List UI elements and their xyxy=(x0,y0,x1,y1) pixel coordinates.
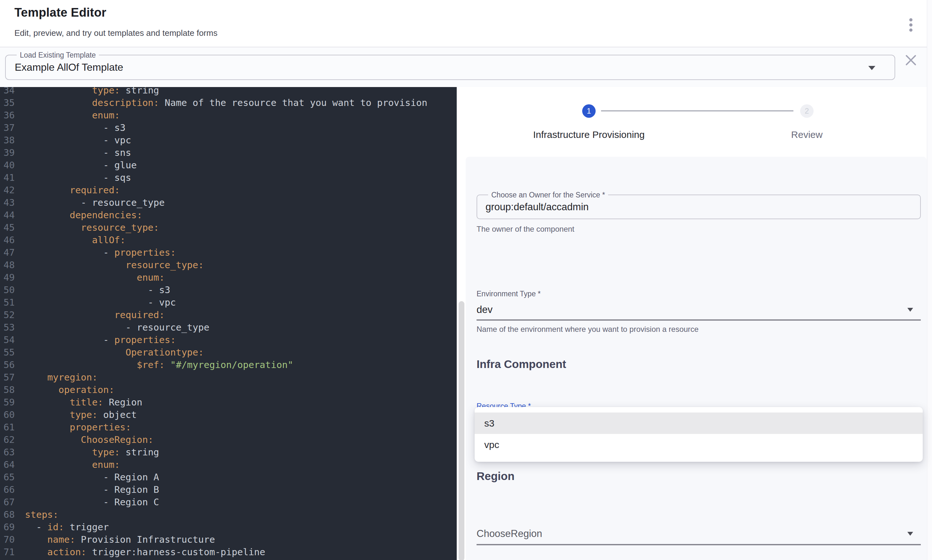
code-lines: 34 type: string35 description: Name of t… xyxy=(0,87,457,558)
line-number: 51 xyxy=(0,296,15,309)
code-line: 39 - sns xyxy=(0,146,457,159)
choose-region-underline xyxy=(477,544,921,545)
clear-template-button[interactable] xyxy=(904,53,918,67)
code-line: 71 action: trigger:harness-custom-pipeli… xyxy=(0,546,457,558)
code-line: 56 $ref: "#/myregion/operation" xyxy=(0,359,457,371)
code-line: 63 type: string xyxy=(0,446,457,458)
code-line: 66 - Region B xyxy=(0,483,457,496)
code-line: 35 description: Name of the resource tha… xyxy=(0,97,457,109)
template-loader-section: Load Existing Template Example AllOf Tem… xyxy=(0,48,932,87)
code-line: 41 - sqs xyxy=(0,172,457,184)
line-number: 54 xyxy=(0,334,15,346)
line-number: 60 xyxy=(0,409,15,421)
stepper-step-1-label: Infrastructure Provisioning xyxy=(461,129,717,140)
line-number: 55 xyxy=(0,346,15,359)
line-number: 59 xyxy=(0,396,15,409)
code-line: 65 - Region A xyxy=(0,471,457,483)
environment-type-label: Environment Type * xyxy=(477,289,541,298)
stepper-step-2-label: Review xyxy=(743,129,871,140)
line-number: 36 xyxy=(0,109,15,122)
editor-scrollbar-thumb[interactable] xyxy=(458,301,464,560)
line-number: 61 xyxy=(0,421,15,434)
code-line: 69 - id: trigger xyxy=(0,521,457,534)
code-line: 64 enum: xyxy=(0,458,457,471)
line-number: 53 xyxy=(0,321,15,334)
line-number: 49 xyxy=(0,271,15,284)
line-number: 66 xyxy=(0,483,15,496)
dropdown-option-s3[interactable]: s3 xyxy=(475,412,923,434)
chevron-down-icon xyxy=(868,66,875,70)
page-title: Template Editor xyxy=(14,6,106,20)
line-number: 42 xyxy=(0,184,15,197)
template-form-panel: Choose an Owner for the Service * group:… xyxy=(466,157,927,560)
line-number: 67 xyxy=(0,496,15,508)
chevron-down-icon xyxy=(907,532,913,536)
code-line: 54 - properties: xyxy=(0,334,457,346)
line-number: 35 xyxy=(0,97,15,109)
line-number: 64 xyxy=(0,458,15,471)
code-line: 43 - resource_type xyxy=(0,197,457,209)
line-number: 70 xyxy=(0,534,15,546)
line-number: 58 xyxy=(0,384,15,396)
close-icon xyxy=(904,53,918,67)
code-line: 59 title: Region xyxy=(0,396,457,409)
code-line: 70 name: Provision Infrastructure xyxy=(0,534,457,546)
line-number: 69 xyxy=(0,521,15,534)
line-number: 45 xyxy=(0,222,15,234)
load-template-select[interactable]: Load Existing Template Example AllOf Tem… xyxy=(5,55,895,80)
load-template-value: Example AllOf Template xyxy=(6,62,123,73)
choose-region-select[interactable]: ChooseRegion xyxy=(477,528,542,540)
stepper-step-1-circle[interactable]: 1 xyxy=(582,104,596,118)
line-number: 46 xyxy=(0,234,15,246)
line-number: 39 xyxy=(0,146,15,159)
line-number: 71 xyxy=(0,546,15,558)
code-line: 62 ChooseRegion: xyxy=(0,434,457,446)
line-number: 38 xyxy=(0,134,15,146)
owner-input[interactable]: Choose an Owner for the Service * group:… xyxy=(477,195,921,219)
code-line: 58 operation: xyxy=(0,384,457,396)
line-number: 40 xyxy=(0,159,15,172)
region-heading: Region xyxy=(477,470,515,483)
stepper-step-2-circle[interactable]: 2 xyxy=(800,104,814,118)
page-scrollbar[interactable] xyxy=(927,0,932,560)
line-number: 43 xyxy=(0,197,15,209)
owner-label: Choose an Owner for the Service * xyxy=(488,191,608,199)
environment-type-select[interactable]: dev xyxy=(477,304,492,315)
line-number: 52 xyxy=(0,309,15,321)
step-number: 1 xyxy=(587,106,591,115)
kebab-menu-icon[interactable] xyxy=(903,15,918,35)
environment-type-underline xyxy=(477,319,921,321)
line-number: 57 xyxy=(0,371,15,384)
code-line: 34 type: string xyxy=(0,87,457,97)
code-line: 36 enum: xyxy=(0,109,457,122)
code-line: 42 required: xyxy=(0,184,457,197)
line-number: 68 xyxy=(0,508,15,521)
code-line: 38 - vpc xyxy=(0,134,457,146)
line-number: 41 xyxy=(0,172,15,184)
owner-value: group:default/accadmin xyxy=(477,201,589,213)
line-number: 62 xyxy=(0,434,15,446)
code-line: 47 - properties: xyxy=(0,246,457,259)
stepper-connector xyxy=(601,111,794,111)
code-line: 51 - vpc xyxy=(0,296,457,309)
page-header: Template Editor Edit, preview, and try o… xyxy=(0,0,932,48)
code-line: 46 allOf: xyxy=(0,234,457,246)
dropdown-option-vpc[interactable]: vpc xyxy=(475,434,923,455)
code-line: 67 - Region C xyxy=(0,496,457,508)
code-line: 48 resource_type: xyxy=(0,259,457,271)
line-number: 63 xyxy=(0,446,15,458)
code-line: 50 - s3 xyxy=(0,284,457,296)
load-template-label: Load Existing Template xyxy=(17,51,99,60)
template-editor-page: Template Editor Edit, preview, and try o… xyxy=(0,0,932,560)
resource-type-dropdown-menu: s3vpc xyxy=(475,407,923,462)
code-line: 45 resource_type: xyxy=(0,222,457,234)
page-subtitle: Edit, preview, and try out templates and… xyxy=(14,28,217,38)
chevron-down-icon xyxy=(907,308,913,312)
line-number: 37 xyxy=(0,122,15,134)
code-line: 49 enum: xyxy=(0,271,457,284)
code-line: 40 - glue xyxy=(0,159,457,172)
line-number: 44 xyxy=(0,209,15,222)
line-number: 50 xyxy=(0,284,15,296)
line-number: 47 xyxy=(0,246,15,259)
yaml-code-editor[interactable]: 34 type: string35 description: Name of t… xyxy=(0,87,457,560)
